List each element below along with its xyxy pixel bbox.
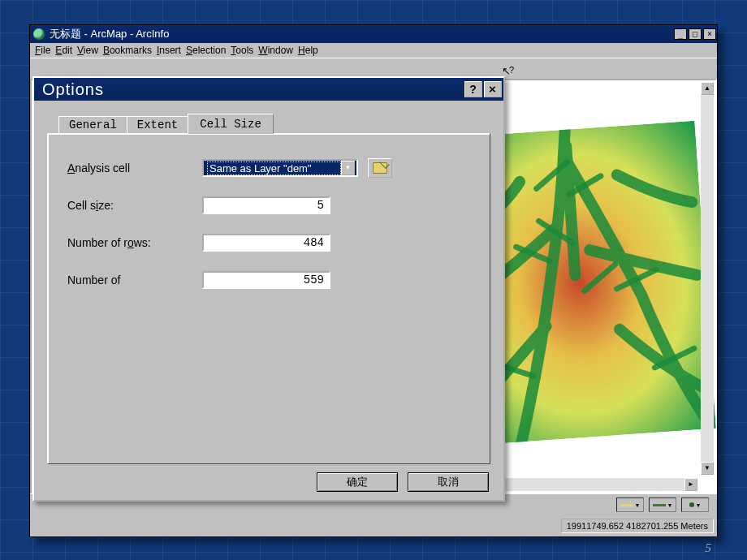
- options-dialog: Options ? × General Extent Cell Size Ana…: [32, 76, 505, 502]
- dialog-close-button[interactable]: ×: [484, 81, 502, 97]
- scroll-down-button[interactable]: ▼: [701, 462, 714, 475]
- maximize-button[interactable]: □: [689, 28, 702, 40]
- coordinates-readout: 19911749.652 4182701.255 Meters: [567, 521, 708, 531]
- analysis-cell-combo[interactable]: Same as Layer "dem" ▼: [202, 159, 358, 177]
- arcmap-title: 无标题 - ArcMap - ArcInfo: [50, 27, 169, 41]
- minimize-button[interactable]: _: [674, 28, 687, 40]
- status-bar: 19911749.652 4182701.255 Meters: [561, 519, 714, 533]
- arcmap-titlebar[interactable]: 无标题 - ArcMap - ArcInfo _ □ ×: [30, 25, 717, 43]
- menu-bar: File Edit View Bookmarks Insert Selectio…: [30, 43, 717, 58]
- chevron-down-icon[interactable]: ▼: [341, 161, 355, 175]
- menu-window[interactable]: Window: [258, 45, 293, 56]
- help-button[interactable]: ?: [464, 81, 482, 97]
- cell-size-input[interactable]: [202, 196, 330, 214]
- menu-tools[interactable]: Tools: [231, 45, 253, 56]
- markercolor-dropdown[interactable]: [681, 498, 709, 512]
- tab-extent[interactable]: Extent: [127, 116, 188, 133]
- dialog-titlebar[interactable]: Options ? ×: [34, 78, 503, 101]
- browse-folder-button[interactable]: [368, 158, 392, 178]
- scroll-right-button[interactable]: ►: [684, 478, 697, 491]
- drawing-toolbar: [616, 498, 709, 515]
- tab-strip: General Extent Cell Size: [58, 114, 490, 133]
- ok-button[interactable]: 确定: [317, 472, 398, 492]
- cancel-button[interactable]: 取消: [408, 472, 489, 492]
- slide-number: 5: [706, 541, 712, 555]
- analysis-cell-label: Analysis cell: [67, 162, 202, 174]
- num-rows-input[interactable]: [202, 234, 330, 252]
- scrollbar-vertical[interactable]: ▲ ▼: [701, 82, 714, 475]
- num-rows-label: Number of rows:: [67, 236, 202, 249]
- scroll-up-button[interactable]: ▲: [701, 82, 714, 95]
- linecolor-dropdown[interactable]: [649, 498, 676, 512]
- tab-panel-cell-size: Analysis cell Same as Layer "dem" ▼ Cell…: [47, 133, 490, 464]
- cell-size-label: Cell size:: [67, 199, 202, 212]
- dialog-title: Options: [42, 80, 104, 99]
- menu-selection[interactable]: Selection: [186, 45, 226, 56]
- globe-icon: [33, 28, 45, 40]
- folder-icon: [373, 162, 387, 174]
- num-cols-input[interactable]: [202, 271, 330, 289]
- analysis-cell-value: Same as Layer "dem": [207, 162, 341, 175]
- menu-edit[interactable]: Edit: [55, 45, 72, 56]
- close-button[interactable]: ×: [703, 28, 716, 40]
- menu-file[interactable]: File: [35, 45, 50, 56]
- tab-cell-size[interactable]: Cell Size: [188, 114, 274, 134]
- menu-insert[interactable]: Insert: [157, 45, 181, 56]
- dialog-buttons: 确定 取消: [34, 464, 503, 500]
- menu-bookmarks[interactable]: Bookmarks: [103, 45, 152, 56]
- num-cols-label: Number of: [67, 274, 202, 286]
- fillcolor-dropdown[interactable]: [616, 498, 644, 512]
- tab-general[interactable]: General: [58, 116, 127, 133]
- menu-help[interactable]: Help: [298, 45, 318, 56]
- menu-view[interactable]: View: [77, 45, 98, 56]
